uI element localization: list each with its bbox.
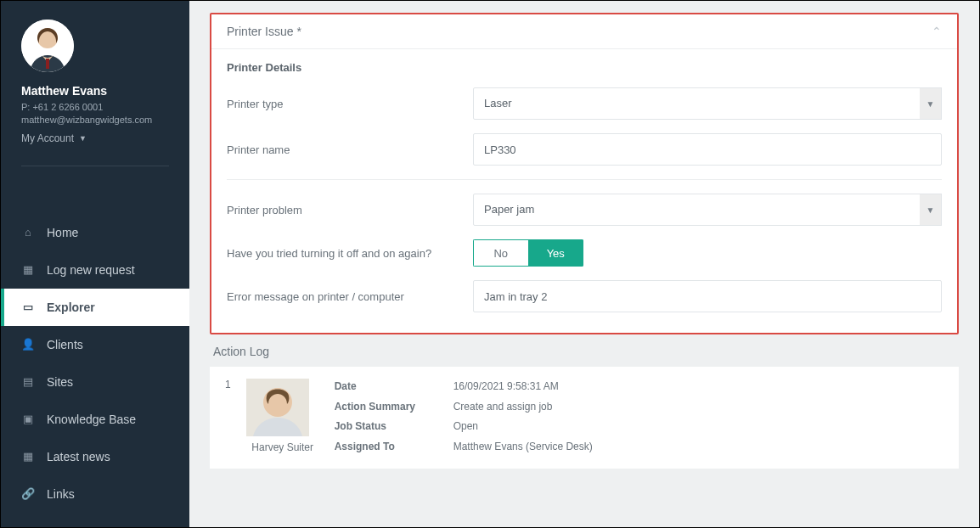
- label-printer-type: Printer type: [227, 98, 473, 110]
- sidebar-item-log-new-request[interactable]: ▦ Log new request: [1, 251, 189, 289]
- sidebar-item-label: Links: [47, 487, 75, 501]
- log-date-label: Date: [335, 380, 445, 394]
- row-printer-type: Printer type Laser ▼: [227, 87, 942, 120]
- sidebar-item-links[interactable]: 🔗 Links: [1, 475, 189, 513]
- select-printer-problem[interactable]: Paper jam: [473, 194, 942, 226]
- log-date-value: 16/09/2021 9:58:31 AM: [453, 380, 593, 394]
- sidebar-item-sites[interactable]: ▤ Sites: [1, 363, 189, 401]
- panel-header: Printer Issue * ⌃: [211, 14, 957, 49]
- action-log-card: 1 Harvey Suiter Date 16/09/2021 9:5: [210, 367, 959, 469]
- toggle-no-button[interactable]: No: [473, 239, 528, 267]
- row-error-message: Error message on printer / computer: [227, 280, 942, 312]
- log-assigned-value: Matthew Evans (Service Desk): [453, 441, 593, 454]
- input-error-message[interactable]: [473, 280, 942, 312]
- log-index: 1: [225, 379, 231, 453]
- divider: [21, 166, 169, 166]
- toggle-yes-button[interactable]: Yes: [528, 239, 584, 267]
- profile-name: Matthew Evans: [21, 84, 169, 98]
- section-label: Printer Details: [227, 61, 942, 74]
- sidebar-item-latest-news[interactable]: ▦ Latest news: [1, 438, 189, 475]
- panel-body: Printer Details Printer type Laser ▼ Pri…: [211, 49, 957, 333]
- sidebar-item-explorer[interactable]: ▭ Explorer: [1, 289, 189, 326]
- log-avatar: [246, 379, 309, 436]
- sidebar-item-label: Knowledge Base: [47, 413, 136, 426]
- log-details: Date 16/09/2021 9:58:31 AM Action Summar…: [335, 379, 593, 453]
- link-icon: 🔗: [21, 487, 35, 500]
- laptop-icon: ▭: [21, 301, 35, 313]
- label-error-message: Error message on printer / computer: [227, 290, 473, 303]
- page-icon: ▤: [21, 375, 35, 388]
- my-account-label: My Account: [21, 132, 74, 144]
- label-printer-name: Printer name: [227, 143, 473, 156]
- log-status-label: Job Status: [335, 420, 445, 434]
- sidebar-item-clients[interactable]: 👤 Clients: [1, 326, 189, 363]
- select-printer-type[interactable]: Laser: [473, 87, 942, 120]
- toggle-tried-power-cycle: No Yes: [473, 239, 583, 267]
- sidebar-item-label: Explorer: [47, 301, 95, 314]
- sidebar-item-home[interactable]: ⌂ Home: [1, 214, 189, 251]
- svg-rect-2: [46, 59, 49, 69]
- log-actor-name: Harvey Suiter: [246, 441, 319, 453]
- log-summary-value: Create and assign job: [453, 401, 593, 414]
- sidebar-item-label: Sites: [47, 375, 73, 389]
- action-log-title: Action Log: [213, 345, 959, 358]
- row-tried-power-cycle: Have you tried turning it off and on aga…: [227, 239, 942, 267]
- sidebar-item-label: Home: [47, 226, 78, 239]
- printer-issue-panel: Printer Issue * ⌃ Printer Details Printe…: [210, 13, 959, 334]
- divider: [227, 179, 942, 180]
- log-actor-col: Harvey Suiter: [246, 379, 319, 453]
- label-printer-problem: Printer problem: [227, 204, 473, 216]
- chevron-up-icon[interactable]: ⌃: [932, 25, 942, 38]
- sidebar-item-knowledge-base[interactable]: ▣ Knowledge Base: [1, 401, 189, 438]
- avatar: [21, 20, 74, 72]
- user-icon: 👤: [21, 338, 35, 351]
- row-printer-name: Printer name: [227, 133, 942, 166]
- log-assigned-label: Assigned To: [335, 441, 445, 454]
- label-tried-power-cycle: Have you tried turning it off and on aga…: [227, 247, 473, 260]
- book-icon: ▣: [21, 413, 35, 425]
- profile-block: Matthew Evans P: +61 2 6266 0001 matthew…: [1, 1, 189, 157]
- my-account-dropdown[interactable]: My Account ▼: [21, 132, 87, 144]
- sidebar: Matthew Evans P: +61 2 6266 0001 matthew…: [1, 1, 189, 527]
- log-entry: 1 Harvey Suiter Date 16/09/2021 9:5: [225, 379, 943, 453]
- profile-email: matthew@wizbangwidgets.com: [21, 114, 169, 126]
- profile-phone: P: +61 2 6266 0001: [21, 101, 169, 114]
- sidebar-item-label: Latest news: [47, 450, 110, 463]
- sidebar-item-label: Log new request: [47, 263, 135, 277]
- news-icon: ▦: [21, 450, 35, 463]
- app: Matthew Evans P: +61 2 6266 0001 matthew…: [1, 1, 979, 527]
- main-content: Printer Issue * ⌃ Printer Details Printe…: [189, 1, 979, 527]
- log-status-value: Open: [453, 420, 593, 434]
- row-printer-problem: Printer problem Paper jam ▼: [227, 194, 942, 226]
- log-summary-label: Action Summary: [335, 401, 445, 414]
- chevron-down-icon: ▼: [79, 134, 87, 143]
- sidebar-item-label: Clients: [47, 338, 83, 351]
- grid-icon: ▦: [21, 263, 35, 276]
- panel-title: Printer Issue *: [227, 25, 301, 38]
- nav: ⌂ Home ▦ Log new request ▭ Explorer 👤 Cl…: [1, 214, 189, 513]
- home-icon: ⌂: [21, 226, 35, 239]
- input-printer-name[interactable]: [473, 133, 942, 166]
